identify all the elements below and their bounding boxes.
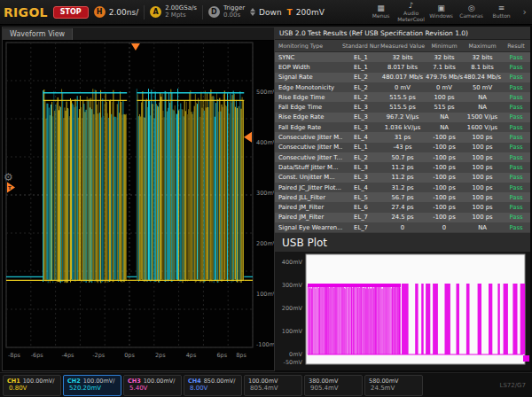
cell-maximum: NA: [463, 224, 502, 231]
plot-cursor-handle[interactable]: [523, 355, 529, 362]
cell-measured-value: 50.7 ps: [379, 154, 426, 161]
column-header-standard-number: Standard Number: [342, 43, 379, 49]
cameras-icon: ◎: [468, 4, 475, 12]
topbar-button-label: Cameras: [459, 13, 483, 19]
measure-box-5[interactable]: 100.00mV805.4mV: [244, 375, 302, 396]
cell-result: Pass: [502, 164, 530, 171]
cell-measured-value: 8.017 bits: [379, 64, 426, 71]
waveform-display[interactable]: T500mV400mV300mV200mV100mV-100mV-8ps-6ps…: [3, 41, 274, 370]
table-row[interactable]: Paired JM_FilterEL_724.5 ps-100 ps100 ps…: [275, 213, 530, 222]
topbar-button-button[interactable]: ≡Button: [488, 1, 516, 24]
table-row[interactable]: Rise Edge TimeEL_2515.5 ps100 psNAPass: [275, 92, 530, 102]
trigger-position-value: 0.00s: [223, 12, 245, 19]
cell-minimum: -100 ps: [426, 184, 463, 191]
table-row[interactable]: Consecutive Jitter M...EL_1-43 ps-100 ps…: [275, 143, 530, 152]
usb-plot-display[interactable]: 400mV300mV200mV100mV0mV-50mV: [275, 252, 530, 370]
cell-measured-value: 0 mV: [379, 84, 426, 91]
svg-text:300mV: 300mV: [256, 190, 274, 197]
topbar-button-audio-metercool[interactable]: ♪Audio MeterCool: [397, 1, 426, 24]
table-row[interactable]: SYNCEL_132 bits32 bits32 bitsPass: [275, 52, 530, 62]
cell-minimum: -100 ps: [426, 214, 463, 221]
expand-chevron-icon[interactable]: ›: [521, 6, 528, 18]
table-row[interactable]: Consecutive Jitter T...EL_250.7 ps-100 p…: [275, 152, 530, 162]
table-row[interactable]: Paired JM_FilterEL_627.4 ps-100 ps100 ps…: [275, 202, 530, 212]
settings-gear-icon[interactable]: ⚙: [4, 172, 13, 183]
svg-text:-50mV: -50mV: [284, 359, 303, 366]
waveform-view-panel: Waveform View T500mV400mV300mV200mV100mV…: [2, 27, 275, 371]
waveform-view-header: Waveform View: [3, 27, 274, 41]
cell-standard-number: EL_3: [342, 174, 379, 181]
cell-result: Pass: [502, 64, 530, 71]
cell-maximum: NA: [463, 94, 502, 101]
cell-maximum: 100 ps: [463, 174, 502, 181]
svg-text:2ps: 2ps: [155, 352, 166, 359]
horizontal-scale-group[interactable]: H 2.00ns/: [94, 6, 138, 18]
cell-minimum: -100 ps: [426, 174, 463, 181]
cell-result: Pass: [502, 154, 530, 161]
cell-measured-value: 31 ps: [379, 134, 426, 141]
table-row[interactable]: Fall Edge RateEL_31.036 kV/μsNA1600 V/μs…: [275, 122, 530, 132]
usb-plot-svg: 400mV300mV200mV100mV0mV-50mV: [275, 252, 530, 370]
trigger-slope-group[interactable]: Down: [250, 8, 282, 17]
table-row[interactable]: Rise Edge RateEL_3967.2 V/μsNA1500 V/μsP…: [275, 113, 530, 122]
cell-maximum: 100 ps: [463, 154, 502, 161]
table-row[interactable]: Const. Unjitter M...EL_311.2 ps-100 ps10…: [275, 173, 530, 183]
table-row[interactable]: Signal Eye Wearren...EL_700NAPass: [275, 222, 530, 232]
table-row[interactable]: Fall Edge TimeEL_3515.5 ps515 psNAPass: [275, 102, 530, 112]
table-row[interactable]: Edge MonotonicityEL_20 mV0 mV50 mVPass: [275, 82, 530, 92]
cell-minimum: 100 ps: [426, 94, 463, 101]
table-row[interactable]: Signal RateEL_2480.017 Mb/s479.76 Mb/s48…: [275, 73, 530, 82]
trigger-slope-value: Down: [259, 8, 282, 17]
cell-standard-number: EL_1: [342, 54, 379, 61]
topbar-button-windows[interactable]: ▣Windows: [427, 1, 456, 24]
cell-standard-number: EL_2: [342, 154, 379, 161]
topbar-button-label: Windows: [429, 13, 453, 19]
topbar-button-cameras[interactable]: ◎Cameras: [458, 1, 486, 24]
channel-box-ch3[interactable]: CH3100.00mV/5.40V: [123, 375, 182, 396]
cell-standard-number: EL_5: [342, 194, 379, 201]
acquisition-group[interactable]: A 2.00GSa/s 2 Mpts: [150, 5, 197, 19]
cell-measured-value: 515.5 ps: [379, 104, 426, 111]
cell-maximum: 100 ps: [463, 204, 502, 211]
column-header-measured-value: Measured Value: [379, 43, 426, 49]
trigger-position-group[interactable]: D Trigger 0.00s: [208, 5, 245, 19]
channel-status-bar: CH1100.00mV/0.80VCH2100.00mV/520.20mVCH3…: [0, 372, 532, 397]
measure-box-7[interactable]: 580.00mV24.5mV: [364, 375, 423, 396]
channel-label: CH4: [188, 378, 201, 385]
table-row[interactable]: Paired JC_Jitter Plot...EL_431.2 ps-100 …: [275, 183, 530, 192]
measure-box-6[interactable]: 380.00mV905.4mV: [304, 375, 363, 396]
table-row[interactable]: Paired JLL_FilterEL_556.7 ps-100 ps100 p…: [275, 192, 530, 202]
table-row[interactable]: Consecutive Jitter M...EL_431 ps-100 ps1…: [275, 132, 530, 142]
memory-depth: 2 Mpts: [165, 12, 197, 19]
stop-button[interactable]: STOP: [53, 6, 89, 19]
channel-box-ch1[interactable]: CH1100.00mV/0.80V: [3, 375, 61, 396]
cell-maximum: 100 ps: [463, 214, 502, 221]
cell-result: Pass: [502, 84, 530, 91]
trigger-level-group[interactable]: T 200mV: [287, 8, 325, 17]
toolbar-button-group: ▦Menus♪Audio MeterCool▣Windows◎Cameras≡B…: [367, 1, 516, 24]
cell-standard-number: EL_4: [342, 184, 379, 191]
cell-standard-number: EL_3: [342, 124, 379, 131]
cell-measured-value: 11.2 ps: [379, 164, 426, 171]
channel-box-ch2[interactable]: CH2100.00mV/520.20mV: [63, 375, 121, 396]
topbar-button-label: Audio MeterCool: [397, 11, 426, 22]
cell-monitoring-type: Rise Edge Time: [275, 94, 342, 101]
acquire-icon: A: [150, 6, 161, 18]
channel-label: CH3: [128, 378, 141, 385]
usb-table-rows: SYNCEL_132 bits32 bits32 bitsPassEOP Wid…: [275, 52, 530, 232]
svg-text:100mV: 100mV: [256, 291, 274, 298]
topbar-button-menus[interactable]: ▦Menus: [367, 1, 395, 24]
channel-box-ch4[interactable]: CH4850.00mV/8.00V: [184, 375, 242, 396]
cell-monitoring-type: Data/Stuff Jitter M...: [275, 164, 342, 171]
channel-offset: 24.5mV: [369, 385, 419, 392]
cell-minimum: -100 ps: [426, 154, 463, 161]
cell-minimum: -100 ps: [426, 194, 463, 201]
table-row[interactable]: EOP WidthEL_18.017 bits7.1 bits8.1 bitsP…: [275, 62, 530, 72]
cell-maximum: 1600 V/μs: [463, 124, 502, 131]
cell-measured-value: 27.4 ps: [379, 204, 426, 211]
waveform-view-tab[interactable]: Waveform View: [3, 28, 73, 40]
cell-monitoring-type: Paired JM_Filter: [275, 204, 342, 211]
table-row[interactable]: Data/Stuff Jitter M...EL_311.2 ps-100 ps…: [275, 162, 530, 172]
channel-offset: 8.00V: [188, 385, 238, 392]
column-header-minimum: Minimum: [426, 43, 463, 49]
